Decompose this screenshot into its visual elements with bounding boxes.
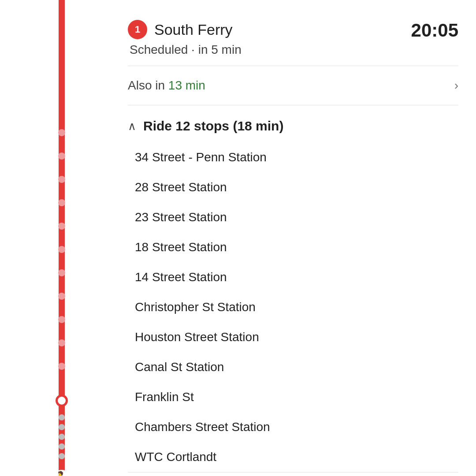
stop-dot-9: [58, 316, 65, 323]
ride-stops-title: Ride 12 stops (18 min): [143, 119, 283, 134]
also-in-section[interactable]: Also in 13 min ›: [128, 66, 458, 105]
stop-name-10: Chambers Street Station: [135, 420, 270, 434]
list-item: 34 Street - Penn Station: [135, 142, 458, 172]
stop-name-6: Christopher St Station: [135, 300, 256, 314]
list-item: Chambers Street Station: [135, 412, 458, 442]
partial-top-content: [128, 0, 458, 7]
walk-dot-1: [59, 414, 65, 420]
also-in-text: Also in 13 min: [128, 78, 205, 93]
stop-name-8: Canal St Station: [135, 360, 224, 374]
stop-name-1: 34 Street - Penn Station: [135, 150, 267, 164]
train-title-row: 1 South Ferry: [128, 20, 242, 39]
stop-name-5: 14 Street Station: [135, 270, 227, 284]
list-item: WTC Cortlandt: [135, 442, 458, 472]
train-header-section: 1 South Ferry Scheduled · in 5 min 20:05: [128, 7, 458, 66]
train-arrival-time: 20:05: [411, 20, 458, 41]
stop-dot-4: [58, 199, 65, 206]
walk-dot-2: [59, 424, 65, 430]
destination-section: Rector St 20:23 Exit via Greenwich St & …: [128, 472, 458, 476]
train-status: Scheduled · in 5 min: [128, 43, 242, 57]
stop-dot-3: [58, 176, 65, 183]
list-item: Christopher St Station: [135, 292, 458, 322]
stop-name-4: 18 Street Station: [135, 240, 227, 254]
stop-name-2: 28 Street Station: [135, 180, 227, 194]
stop-dot-8: [58, 293, 65, 300]
stop-dot-6: [58, 246, 65, 253]
list-item: 14 Street Station: [135, 262, 458, 292]
stop-dot-7: [58, 269, 65, 276]
timeline-column: 🚶: [0, 0, 123, 476]
walk-person-icon: 🚶: [51, 470, 73, 476]
stop-name-7: Houston Street Station: [135, 330, 259, 344]
stop-name-11: WTC Cortlandt: [135, 450, 216, 464]
list-item: Houston Street Station: [135, 322, 458, 352]
train-info: 1 South Ferry Scheduled · in 5 min: [128, 20, 242, 57]
chevron-right-icon: ›: [454, 78, 458, 93]
list-item: 23 Street Station: [135, 202, 458, 232]
walk-dot-3: [59, 434, 65, 440]
stop-dot-1: [58, 129, 65, 136]
chevron-up-icon: ∧: [128, 119, 136, 133]
stop-dot-10: [58, 339, 65, 346]
stops-list: 34 Street - Penn Station 28 Street Stati…: [128, 142, 458, 472]
page-container: 🚶 1 South Ferry Sc: [0, 0, 476, 476]
stop-name-3: 23 Street Station: [135, 210, 227, 224]
also-in-duration: 13 min: [168, 78, 205, 92]
train-destination: South Ferry: [154, 21, 233, 38]
walk-dot-4: [59, 443, 65, 450]
destination-dot: [56, 394, 68, 407]
ride-stops-header[interactable]: ∧ Ride 12 stops (18 min): [128, 105, 458, 142]
stop-name-9: Franklin St: [135, 390, 194, 404]
stop-dot-2: [58, 152, 65, 160]
walk-dot-5: [59, 453, 65, 459]
stop-dot-5: [58, 223, 65, 230]
list-item: Franklin St: [135, 382, 458, 412]
list-item: Canal St Station: [135, 352, 458, 382]
train-line-badge: 1: [128, 20, 147, 39]
list-item: 18 Street Station: [135, 232, 458, 262]
list-item: 28 Street Station: [135, 172, 458, 202]
content-column: 1 South Ferry Scheduled · in 5 min 20:05…: [123, 0, 476, 476]
stop-dot-11: [58, 363, 65, 370]
